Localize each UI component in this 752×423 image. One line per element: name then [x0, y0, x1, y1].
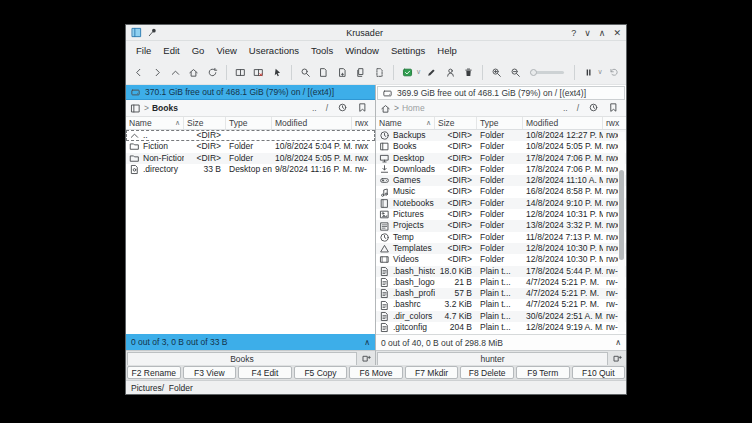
up-button[interactable]: [168, 64, 183, 81]
minimize-button[interactable]: ∨: [584, 28, 591, 38]
column-header-size[interactable]: Size: [435, 117, 477, 129]
file-row[interactable]: .bash_profile57 BPlain t...4/7/2024 5:21…: [376, 288, 626, 299]
file-row[interactable]: Temp<DIR>Folder11/8/2024 7:13 P. M.rwx: [376, 232, 626, 243]
fn-key-f10[interactable]: F10 Quit: [572, 366, 626, 379]
zoom-in-button[interactable]: [489, 64, 504, 81]
bookmark-button[interactable]: [354, 102, 371, 115]
maximize-button[interactable]: ∧: [599, 28, 606, 38]
home-button[interactable]: [186, 64, 201, 81]
root-dir-button[interactable]: /: [574, 103, 582, 113]
right-status-bar[interactable]: 0 out of 40, 0 B out of 298.8 MiB ∧: [376, 334, 626, 350]
zoom-out-button[interactable]: [508, 64, 523, 81]
refresh-button[interactable]: [205, 64, 220, 81]
doc-view-button[interactable]: [316, 64, 331, 81]
column-header-name[interactable]: Name∧: [126, 117, 184, 129]
icon-size-slider[interactable]: [530, 71, 564, 74]
menu-tools[interactable]: Tools: [305, 43, 339, 58]
fn-key-f7[interactable]: F7 Mkdir: [405, 366, 459, 379]
menu-file[interactable]: File: [130, 43, 157, 58]
edit-pencil-button[interactable]: [424, 64, 439, 81]
pause-button[interactable]: [581, 64, 596, 81]
file-row[interactable]: Music<DIR>Folder16/8/2024 8:58 P. M.rwx: [376, 186, 626, 197]
fn-key-f5[interactable]: F5 Copy: [294, 366, 348, 379]
menu-go[interactable]: Go: [186, 43, 211, 58]
doc-duplicate-button[interactable]: [353, 64, 368, 81]
column-header-type[interactable]: Type: [226, 117, 272, 129]
titlebar[interactable]: Krusader ?∨∧✕: [126, 25, 626, 41]
root-dir-button[interactable]: /: [323, 103, 331, 113]
scrollbar[interactable]: [618, 132, 625, 332]
chevron-down-icon[interactable]: ∨: [416, 68, 421, 76]
right-media-bar[interactable]: 369.9 GiB free out of 468.1 GiB (79%) on…: [377, 86, 625, 100]
file-row[interactable]: Downloads<DIR>Folder17/8/2024 7:06 P. M.…: [376, 164, 626, 175]
fn-key-f4[interactable]: F4 Edit: [238, 366, 292, 379]
undo-button[interactable]: [606, 64, 621, 81]
menu-useractions[interactable]: Useractions: [243, 43, 305, 58]
user-button[interactable]: [442, 64, 457, 81]
fn-key-f9[interactable]: F9 Term: [516, 366, 570, 379]
search-button[interactable]: [298, 64, 313, 81]
file-row[interactable]: .bash_logout21 BPlain t...4/7/2024 5:21 …: [376, 277, 626, 288]
file-row[interactable]: Desktop<DIR>Folder17/8/2024 7:06 P. M.rw…: [376, 153, 626, 164]
right-breadcrumb[interactable]: Home: [402, 103, 425, 113]
file-row[interactable]: .dir_colors4.7 KiBPlain t...30/6/2024 2:…: [376, 311, 626, 322]
home-icon[interactable]: [380, 103, 391, 114]
file-row[interactable]: .gitconfig204 BPlain t...12/8/2024 9:19 …: [376, 322, 626, 333]
menu-help[interactable]: Help: [431, 43, 463, 58]
fn-key-f2[interactable]: F2 Rename: [127, 366, 181, 379]
tab-books[interactable]: Books: [127, 352, 357, 365]
doc-new-tab-button[interactable]: [335, 64, 350, 81]
new-tab-button[interactable]: [358, 352, 374, 365]
up-dir-button[interactable]: ..: [560, 103, 571, 113]
file-row[interactable]: Books<DIR>Folder10/8/2024 5:05 P. M.rwx: [376, 141, 626, 152]
help-button[interactable]: ?: [571, 28, 576, 38]
file-row[interactable]: Templates<DIR>Folder12/8/2024 10:30 P. M…: [376, 243, 626, 254]
sync-green-button[interactable]: [400, 64, 415, 81]
scrollbar-thumb[interactable]: [619, 170, 624, 260]
column-header-rwx[interactable]: rwx: [603, 117, 626, 129]
history-button[interactable]: [585, 102, 602, 115]
split-unequal-button[interactable]: [251, 64, 266, 81]
fn-key-f3[interactable]: F3 View: [183, 366, 237, 379]
file-row[interactable]: .directory33 BDesktop en...9/8/2024 11:1…: [126, 164, 375, 175]
fn-key-f6[interactable]: F6 Move: [349, 366, 403, 379]
menu-settings[interactable]: Settings: [385, 43, 431, 58]
file-row[interactable]: ..<DIR>: [126, 130, 375, 141]
doc-close-button[interactable]: [371, 64, 386, 81]
history-button[interactable]: [334, 102, 351, 115]
left-media-bar[interactable]: 370.1 GiB free out of 468.1 GiB (79%) on…: [126, 85, 375, 100]
tab-hunter[interactable]: hunter: [377, 352, 608, 365]
split-equal-button[interactable]: [233, 64, 248, 81]
up-dir-button[interactable]: ..: [309, 103, 320, 113]
forward-button[interactable]: [149, 64, 164, 81]
close-button[interactable]: ✕: [613, 28, 621, 38]
menu-edit[interactable]: Edit: [157, 43, 185, 58]
menu-view[interactable]: View: [210, 43, 242, 58]
panel-list-icon[interactable]: [130, 103, 141, 114]
file-row[interactable]: .bashrc3.2 KiBPlain t...4/7/2024 5:21 P.…: [376, 299, 626, 310]
file-row[interactable]: Pictures<DIR>Folder12/8/2024 10:31 P. M.…: [376, 209, 626, 220]
column-header-name[interactable]: Name∧: [376, 117, 435, 129]
menu-window[interactable]: Window: [339, 43, 385, 58]
file-row[interactable]: Backups<DIR>Folder10/8/2024 12:27 P. M.r…: [376, 130, 626, 141]
file-row[interactable]: Non-Fiction<DIR>Folder10/8/2024 5:05 P. …: [126, 153, 375, 164]
pointer-button[interactable]: [270, 64, 285, 81]
file-row[interactable]: Games<DIR>Folder12/8/2024 11:10 A. M.rwx: [376, 175, 626, 186]
file-row[interactable]: .bash_history18.0 KiBPlain t...17/8/2024…: [376, 266, 626, 277]
file-row[interactable]: Fiction<DIR>Folder10/8/2024 5:04 P. M.rw…: [126, 141, 375, 152]
column-header-modified[interactable]: Modified: [523, 117, 603, 129]
file-row[interactable]: Projects<DIR>Folder13/8/2024 3:32 P. M.r…: [376, 220, 626, 231]
chevron-down-icon[interactable]: ∨: [598, 68, 603, 76]
file-row[interactable]: Notebooks<DIR>Folder14/8/2024 9:10 P. M.…: [376, 198, 626, 209]
new-tab-button[interactable]: [609, 352, 625, 365]
back-button[interactable]: [131, 64, 146, 81]
left-status-bar[interactable]: 0 out of 3, 0 B out of 33 B ∧: [126, 334, 375, 350]
fn-key-f8[interactable]: F8 Delete: [460, 366, 514, 379]
file-row[interactable]: Videos<DIR>Folder12/8/2024 10:30 P. M.rw…: [376, 254, 626, 265]
column-header-type[interactable]: Type: [477, 117, 523, 129]
column-header-modified[interactable]: Modified: [272, 117, 352, 129]
trash-button[interactable]: [461, 64, 476, 81]
column-header-size[interactable]: Size: [184, 117, 226, 129]
slider-knob[interactable]: [530, 69, 537, 76]
bookmark-button[interactable]: [605, 102, 622, 115]
